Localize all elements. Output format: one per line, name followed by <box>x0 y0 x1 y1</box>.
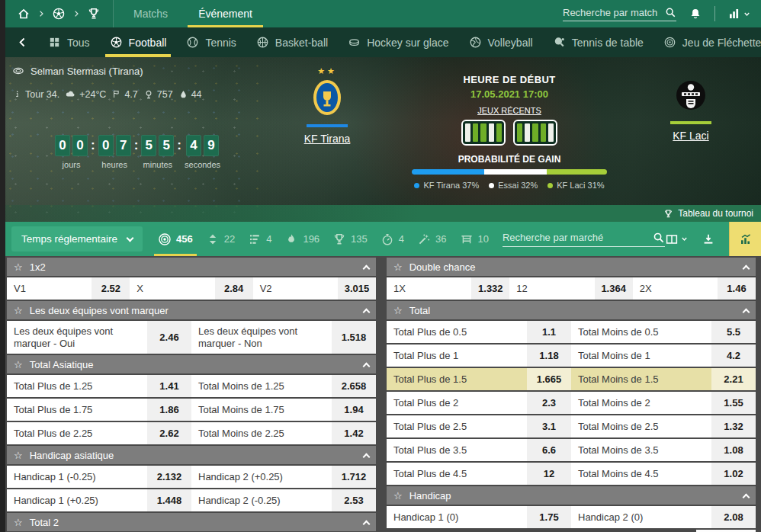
tournament-breadcrumb-icon[interactable] <box>87 7 101 21</box>
favorite-star-icon[interactable]: ☆ <box>393 491 403 501</box>
outcome-v2[interactable]: V23.015 <box>253 277 376 300</box>
outcome-1x[interactable]: 1X1.332 <box>387 277 509 300</box>
sports-tab-tennis-de-table[interactable]: Tennis de table <box>553 27 644 57</box>
outcome-total-plus-de-4-5[interactable]: Total Plus de 4.512 <box>387 463 571 485</box>
statistics-menu-icon[interactable] <box>727 7 750 21</box>
tournament-table-link[interactable]: Tableau du tournoi <box>0 205 761 222</box>
match-search[interactable] <box>563 7 676 21</box>
away-team-badge[interactable] <box>674 77 708 114</box>
outcome-handicap-2-0-25[interactable]: Handicap 2 (+0.25)1.712 <box>191 466 376 488</box>
outcome-total-plus-de-1-75[interactable]: Total Plus de 1.751.86 <box>7 399 191 421</box>
outcome-v1[interactable]: V12.52 <box>7 277 130 300</box>
outcome-handicap-1-0-25[interactable]: Handicap 1 (-0.25)2.132 <box>7 466 191 488</box>
home-team-name[interactable]: KF Tirana <box>294 133 360 145</box>
favorite-star-icon[interactable]: ☆ <box>14 518 23 527</box>
match-search-input[interactable] <box>563 7 660 18</box>
collapse-all-button[interactable] <box>702 232 715 246</box>
recent-games-link[interactable]: JEUX RÉCENTS <box>412 106 607 115</box>
market-section-header[interactable]: ☆Handicap asiatique <box>7 446 376 464</box>
outcome-les-deux-quipes-vont-marquer-non[interactable]: Les deux équipes vont marquer - Non1.518 <box>191 321 376 354</box>
favorite-star-icon[interactable]: ☆ <box>14 306 23 316</box>
statistics-panel-toggle[interactable] <box>729 222 761 256</box>
sports-tab-tous[interactable]: Tous <box>48 27 90 57</box>
market-filter-bullseye[interactable]: 456 <box>158 222 193 256</box>
outcome-total-moins-de-1-75[interactable]: Total Moins de 1.751.94 <box>191 399 376 421</box>
outcome-total-moins-de-4-5[interactable]: Total Moins de 4.51.02 <box>571 463 756 485</box>
favorite-star-icon[interactable]: ☆ <box>393 306 403 316</box>
sports-tab-volleyball[interactable]: Volleyball <box>469 27 533 57</box>
collapse-chevron-icon[interactable] <box>363 264 371 272</box>
outcome-total-moins-de-3-5[interactable]: Total Moins de 3.51.08 <box>571 439 756 461</box>
outcome-total-plus-de-3-5[interactable]: Total Plus de 3.56.6 <box>387 439 571 461</box>
market-section-header[interactable]: ☆Handicap <box>387 486 756 505</box>
scroll-left-icon[interactable] <box>17 37 28 48</box>
outcome-total-moins-de-2-5[interactable]: Total Moins de 2.51.32 <box>571 415 756 437</box>
collapse-chevron-icon[interactable] <box>363 362 371 370</box>
breadcrumb-separator-icon <box>72 10 80 18</box>
topbar-tab-v-nement[interactable]: Événement <box>183 0 268 27</box>
collapse-chevron-icon[interactable] <box>743 264 750 272</box>
market-section-header[interactable]: ☆Total Asiatique <box>7 355 376 373</box>
outcome-total-plus-de-2[interactable]: Total Plus de 22.3 <box>387 392 571 414</box>
sports-tab-hockey-sur-glace[interactable]: Hockey sur glace <box>348 27 448 57</box>
home-team-badge[interactable] <box>310 77 345 117</box>
outcome-total-moins-de-1[interactable]: Total Moins de 14.2 <box>571 345 756 367</box>
search-icon[interactable] <box>665 7 676 18</box>
favorite-star-icon[interactable]: ☆ <box>14 360 23 370</box>
collapse-chevron-icon[interactable] <box>743 493 750 501</box>
outcome-total-moins-de-2[interactable]: Total Moins de 21.55 <box>571 392 756 414</box>
outcome-total-moins-de-2-25[interactable]: Total Moins de 2.251.42 <box>191 422 376 444</box>
collapse-chevron-icon[interactable] <box>363 520 371 527</box>
collapse-chevron-icon[interactable] <box>363 308 371 316</box>
outcome-total-moins-de-0-5[interactable]: Total Moins de 0.55.5 <box>571 321 756 343</box>
market-search[interactable] <box>503 232 665 247</box>
outcome-x[interactable]: X2.84 <box>130 277 252 300</box>
sports-tab-tennis[interactable]: Tennis <box>186 27 236 57</box>
outcome-total-plus-de-1[interactable]: Total Plus de 11.18 <box>387 345 571 367</box>
market-filter-magic-wand[interactable]: 36 <box>417 222 446 256</box>
favorite-star-icon[interactable]: ☆ <box>393 262 403 272</box>
outcome-total-plus-de-2-5[interactable]: Total Plus de 2.53.1 <box>387 415 571 437</box>
notifications-bell-icon[interactable] <box>689 7 702 21</box>
market-filter-stopwatch[interactable]: 4 <box>380 222 404 256</box>
outcome-odd: 1.86 <box>147 399 191 421</box>
market-filter-flame[interactable]: 196 <box>284 222 319 256</box>
collapse-chevron-icon[interactable] <box>743 308 750 316</box>
search-icon[interactable] <box>653 232 665 244</box>
favorite-star-icon[interactable]: ☆ <box>14 450 23 460</box>
market-section-header[interactable]: ☆Double chance <box>387 258 756 276</box>
market-section-header[interactable]: ☆Les deux équipes vont marquer <box>7 301 376 319</box>
period-selector-dropdown[interactable]: Temps réglementaire <box>11 226 143 252</box>
collapse-chevron-icon[interactable] <box>363 453 371 460</box>
market-search-input[interactable] <box>503 232 644 243</box>
outcome-total-moins-de-1-25[interactable]: Total Moins de 1.252.658 <box>191 375 376 397</box>
sports-tab-basket-ball[interactable]: Basket-ball <box>256 27 328 57</box>
outcome-handicap-1-0-25[interactable]: Handicap 1 (+0.25)1.448 <box>7 489 191 511</box>
sports-tab-jeu-de-fl-chettes[interactable]: Jeu de Fléchettes <box>663 27 761 57</box>
outcome-12[interactable]: 121.364 <box>509 277 632 300</box>
columns-layout-toggle[interactable] <box>665 232 688 246</box>
outcome-handicap-1-0[interactable]: Handicap 1 (0)1.75 <box>387 506 571 528</box>
market-section-header[interactable]: ☆1x2 <box>7 258 376 276</box>
outcome-les-deux-quipes-vont-marquer-oui[interactable]: Les deux équipes vont marquer - Oui2.46 <box>7 321 191 354</box>
football-breadcrumb-icon[interactable] <box>52 7 66 21</box>
outcome-total-moins-de-1-5[interactable]: Total Moins de 1.52.21 <box>571 368 756 390</box>
market-filter-goal[interactable]: 10 <box>460 222 489 256</box>
market-filter-stats-columns[interactable]: 4 <box>248 222 271 256</box>
favorite-star-icon[interactable]: ☆ <box>14 262 23 272</box>
market-filter-trophy[interactable]: 135 <box>332 222 368 256</box>
sports-tab-football[interactable]: Football <box>110 27 167 57</box>
topbar-tab-matchs[interactable]: Matchs <box>118 0 183 27</box>
market-filter-sort-arrows[interactable]: 22 <box>206 222 235 256</box>
outcome-total-plus-de-2-25[interactable]: Total Plus de 2.252.62 <box>7 422 191 444</box>
market-section-header[interactable]: ☆Total 2 <box>7 513 376 531</box>
away-team-name[interactable]: KF Laci <box>659 130 723 142</box>
market-section-header[interactable]: ☆Total <box>387 301 756 319</box>
outcome-2x[interactable]: 2X1.46 <box>633 277 756 300</box>
outcome-total-plus-de-0-5[interactable]: Total Plus de 0.51.1 <box>387 321 571 343</box>
outcome-handicap-2-0-25[interactable]: Handicap 2 (-0.25)2.53 <box>191 489 376 511</box>
outcome-total-plus-de-1-5[interactable]: Total Plus de 1.51.665 <box>387 368 571 390</box>
outcome-total-plus-de-1-25[interactable]: Total Plus de 1.251.41 <box>7 375 191 397</box>
home-icon[interactable] <box>17 7 31 21</box>
outcome-handicap-2-0[interactable]: Handicap 2 (0)2.08 <box>571 506 756 528</box>
